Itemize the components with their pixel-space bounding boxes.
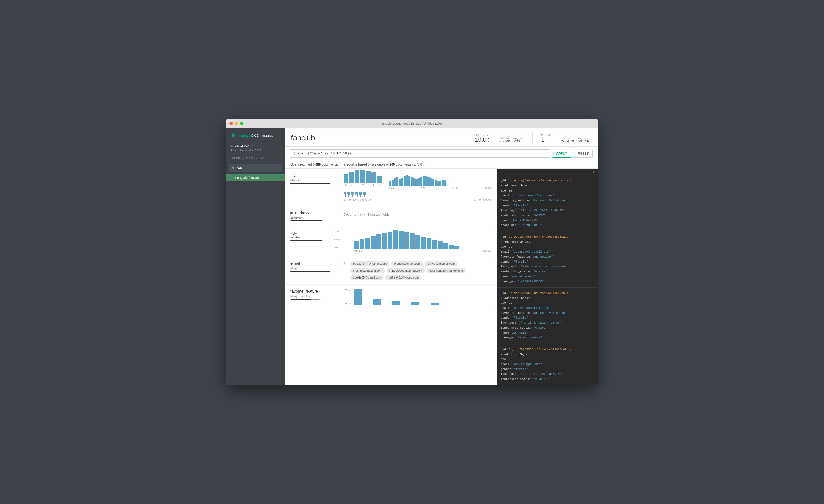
email-chip-1: babykins47@hotmail.com: [350, 261, 389, 266]
collection-icon: ◉: [230, 176, 233, 179]
doc-line-phone-3: phone_no: "+13271284837": [501, 335, 594, 340]
result-text: Query returned 5,689 documents. This rep…: [290, 163, 424, 166]
weekday-bar-m: M: [349, 172, 354, 186]
doc-line-addr-4: ▶address: Object: [501, 352, 594, 357]
doc-line-ff-1: favorite_feature: "Document Validation": [501, 198, 594, 203]
doc-total-value: 4.7 MB: [500, 139, 510, 143]
maximize-button[interactable]: [240, 122, 243, 125]
time-chart: 0:00 6:00 12:00 18:00: [389, 173, 491, 190]
reset-button[interactable]: RESET: [574, 150, 593, 157]
doc-line-id-4: _id: ObjectID('55361c38fe4dce143635c69d'…: [501, 347, 594, 352]
query-bar: APPLY RESET: [285, 147, 598, 160]
doc-line-ll-3: last_login: "April 3, 2011 7:16 AM": [501, 321, 594, 326]
doc-line-name-3: name: "Zoe Hall": [501, 331, 594, 336]
apply-button[interactable]: APPLY: [552, 150, 572, 157]
time-label-0: 0:00: [389, 187, 394, 190]
field-type-age: number: [290, 236, 338, 239]
fav-bar-undef: [312, 299, 320, 300]
refresh-icon[interactable]: ⟳: [261, 156, 264, 160]
doc-line-gender-1: gender: "female": [501, 203, 594, 208]
age-bar-5: [377, 234, 381, 249]
field-type-address: document: [290, 216, 338, 219]
age-min-label: min: 22: [354, 250, 362, 252]
field-meta-id: _id objectid: [290, 173, 338, 202]
doc-3-email: "cuteness91@gmail.com": [512, 305, 551, 310]
doc-line-id-2: _id: ObjectID('5554d64afe4dce143835c2aa'…: [501, 235, 594, 240]
weekday-bar-s2: S: [377, 175, 382, 186]
email-chip-2: hypnosis9@aim.com: [391, 261, 423, 266]
doc-line-gender-4: gender: "female": [501, 367, 594, 372]
doc-4-ms: "PENDING": [533, 377, 549, 382]
doc-1-ll: "April 30, 2012 10:48 PM": [521, 208, 565, 213]
age-bar-13: [421, 237, 426, 249]
weekday-chart: S M T: [343, 173, 384, 190]
age-bar-18: [449, 245, 454, 249]
sidebar-version: Enterprise version 3.0.3: [230, 149, 280, 152]
time-label-12: 12:00: [452, 187, 458, 190]
doc-sub-stats: total size 4.7 MB avg. size 496 B: [500, 137, 524, 143]
doc-1-ff: "Document Validation": [531, 198, 569, 203]
doc-line-addr-1: ▶address: Object: [501, 183, 594, 188]
sidebar-search-container[interactable]: 🔍: [229, 164, 282, 172]
doc-2-email: "cutesy40@hotmail.com": [512, 249, 551, 254]
doc-line-ff-3: favorite_feature: "Document Validation": [501, 310, 594, 316]
field-type-email: string: [290, 267, 338, 270]
field-name-age: age: [290, 230, 338, 235]
address-expand-icon[interactable]: ▶: [290, 210, 294, 215]
sidebar-item-mongodb-fanclub[interactable]: ◉ mongodb.fanclub: [226, 174, 285, 181]
query-input[interactable]: [290, 149, 550, 157]
doc-4-id: ObjectID('55361c38fe4dce143635c69d'): [509, 347, 572, 352]
sidebar-sep: |: [243, 157, 244, 160]
mongodb-leaf-icon: [230, 133, 236, 138]
doc-1-phone: "+44628284097": [517, 223, 542, 228]
titlebar: undefined/mongodb.fanclub (Untitled (10)…: [226, 119, 598, 128]
field-viz-age: 11% 5.5% 0%: [343, 230, 491, 252]
doc-entry-3: _id: ObjectID('55534212fe4dce143535c631'…: [497, 287, 598, 344]
indexes-stat: INDEXES 1: [541, 134, 552, 143]
age-bar-10: [404, 232, 409, 249]
doc-4-gender: "female": [514, 367, 528, 372]
doc-total-label: total size: [500, 137, 510, 139]
email-chip-4: crashtest35@aim.com: [350, 268, 385, 273]
close-button[interactable]: [229, 122, 233, 125]
field-type-bar-email: [290, 271, 330, 272]
doc-toolbar: ⎘: [497, 169, 598, 175]
field-name-address: ▶ address: [290, 210, 338, 215]
doc-avg-value: 496 B: [514, 139, 524, 143]
email-refresh-icon[interactable]: ↻: [343, 261, 347, 265]
field-row-age: age number 11% 5.5% 0%: [285, 226, 497, 257]
time-label-18: 18:00: [485, 187, 491, 190]
doc-line-email-3: email: "cuteness91@gmail.com": [501, 305, 594, 310]
fav-bar-5: [392, 301, 400, 305]
doc-1-ms: "ACTIVE": [533, 213, 547, 218]
weekday-bar-t1: T: [355, 170, 359, 186]
doc-3-id: ObjectID('55534212fe4dce143535c631'): [509, 291, 572, 296]
doc-1-id: ObjectID('55685111fe4dce143835c74e'): [509, 178, 572, 183]
doc-line-gender-3: gender: "female": [501, 316, 594, 321]
index-avg-size: avg. size 295.4 KB: [579, 137, 592, 143]
doc-line-age-1: age: 30: [501, 188, 594, 194]
minimize-button[interactable]: [235, 122, 238, 125]
doc-2-age: 33: [509, 245, 512, 250]
weekday-bar-s1: S: [343, 174, 348, 186]
doc-entry-2: _id: ObjectID('5554d64afe4dce143835c2aa'…: [497, 231, 598, 287]
field-name-id: _id: [290, 173, 338, 177]
age-bar-8: [393, 230, 398, 249]
doc-line-age-2: age: 33: [501, 245, 594, 250]
doc-line-ll-1: last_login: "April 30, 2012 10:48 PM": [501, 208, 594, 213]
doc-line-ff-2: favorite_feature: "Aggregation": [501, 254, 594, 259]
field-meta-email: email string: [290, 261, 338, 280]
sidebar-search-input[interactable]: [237, 166, 279, 170]
field-row-email: email string ↻ babykins47@hotmail.com hy…: [285, 257, 497, 285]
schema-docs-split: _id objectid: [285, 169, 598, 385]
fav-bar-1: [354, 289, 362, 305]
docs-panel: ⎘ _id: ObjectID('55685111fe4dce143835c74…: [497, 169, 598, 385]
copy-icon[interactable]: ⎘: [593, 171, 595, 175]
fav-pct-labels: 39% 19.5%: [345, 289, 352, 305]
doc-2-ms: "ACTIVE": [533, 269, 547, 274]
time-label-6: 6:00: [420, 187, 425, 190]
doc-1-name: "James T Davis": [511, 218, 537, 223]
indexes-label: INDEXES: [541, 134, 552, 136]
fav-pct-max: 39%: [345, 289, 352, 291]
doc-3-age: 33: [509, 300, 512, 305]
